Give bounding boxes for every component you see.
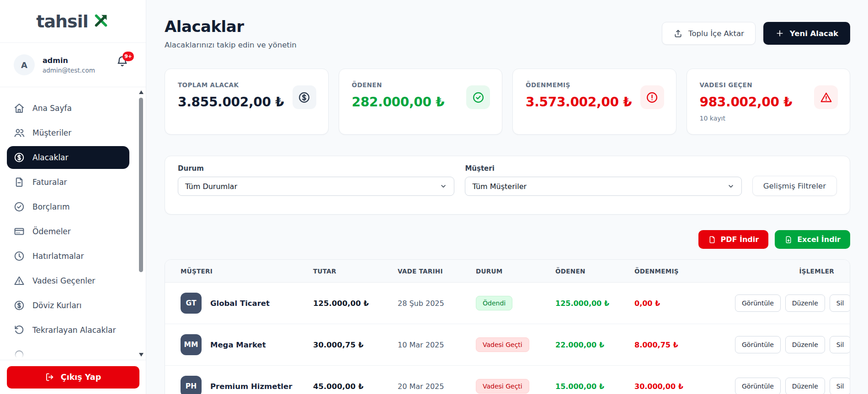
credit-card-icon — [14, 226, 25, 237]
customer-initials-badge: PH — [181, 376, 202, 394]
logo[interactable]: tahsil — [0, 0, 146, 43]
stat-card-unpaid: ÖDENMEMIŞ 3.573.002,00 ₺ — [512, 68, 676, 135]
view-button[interactable]: Görüntüle — [735, 294, 781, 312]
status-filter-label: Durum — [178, 164, 454, 173]
col-header-customer: MÜŞTERI — [181, 268, 313, 275]
delete-button[interactable]: Sil — [830, 378, 850, 394]
stat-card-overdue: VADESI GEÇEN 983.002,00 ₺ 10 kayıt — [687, 68, 851, 135]
page-header: Alacaklar Alacaklarınızı takip edin ve y… — [165, 17, 850, 49]
status-badge: Vadesi Geçti — [476, 337, 529, 352]
unpaid-cell: 30.000,00 ₺ — [634, 382, 735, 391]
bulk-import-button[interactable]: Toplu İçe Aktar — [662, 22, 756, 45]
users-icon — [14, 127, 25, 138]
page-title: Alacaklar — [165, 17, 297, 36]
pdf-export-button[interactable]: PDF İndir — [698, 230, 769, 249]
delete-button[interactable]: Sil — [830, 336, 850, 353]
sidebar-item-hatirlatmalar[interactable]: Hatırlatmalar — [7, 245, 129, 268]
sidebar-item-borclarim[interactable]: Borçlarım — [7, 195, 129, 218]
gear-icon — [14, 349, 25, 360]
status-badge: Vadesi Geçti — [476, 379, 529, 394]
table-header-row: MÜŞTERI TUTAR VADE TARIHI DURUM ÖDENEN Ö… — [165, 260, 850, 283]
edit-button[interactable]: Düzenle — [785, 294, 825, 312]
unpaid-cell: 0,00 ₺ — [634, 299, 735, 308]
sidebar-item-partial[interactable] — [7, 343, 129, 360]
sidebar-item-label: Vadesi Geçenler — [32, 276, 95, 285]
advanced-filters-button[interactable]: Gelişmiş Filtreler — [752, 176, 837, 196]
customer-initials-badge: GT — [181, 293, 202, 314]
delete-button[interactable]: Sil — [830, 294, 850, 312]
sidebar: tahsil A admin admin@test.com 9+ — [0, 0, 146, 394]
chevron-down-icon — [727, 183, 735, 190]
scrollbar-thumb[interactable] — [139, 98, 143, 272]
due-date-cell: 28 Şub 2025 — [398, 299, 476, 308]
customer-filter-label: Müşteri — [465, 164, 741, 173]
logout-button[interactable]: Çıkış Yap — [7, 366, 139, 389]
refresh-icon — [14, 325, 25, 336]
edit-button[interactable]: Düzenle — [785, 378, 825, 394]
filter-panel: Durum Tüm Durumlar Müşteri Tüm Müşterile… — [165, 156, 850, 215]
check-circle-icon — [466, 85, 490, 109]
user-profile[interactable]: A admin admin@test.com 9+ — [0, 43, 146, 87]
col-header-status: DURUM — [476, 268, 555, 275]
page-subtitle: Alacaklarınızı takip edin ve yönetin — [165, 41, 297, 49]
logo-text: tahsil — [36, 11, 88, 32]
paid-cell: 15.000,00 ₺ — [555, 382, 634, 391]
sidebar-item-alacaklar[interactable]: Alacaklar — [7, 146, 129, 169]
view-button[interactable]: Görüntüle — [735, 336, 781, 353]
paid-cell: 125.000,00 ₺ — [555, 299, 634, 308]
amount-cell: 30.000,75 ₺ — [313, 341, 398, 349]
table-row: PH Premium Hizmetler 45.000,00 ₺ 20 Mar … — [165, 366, 850, 394]
sidebar-item-odemeler[interactable]: Ödemeler — [7, 220, 129, 243]
due-date-cell: 20 Mar 2025 — [398, 382, 476, 391]
sidebar-item-label: Borçlarım — [32, 202, 69, 211]
sidebar-item-label: Tekrarlayan Alacaklar — [32, 326, 116, 335]
user-name: admin — [43, 56, 95, 65]
new-receivable-button[interactable]: Yeni Alacak — [763, 22, 850, 45]
user-email: admin@test.com — [43, 67, 95, 74]
stats-row: TOPLAM ALACAK 3.855.002,00 ₺ ÖDENEN 282.… — [165, 68, 850, 135]
sidebar-item-label: Döviz Kurları — [32, 301, 82, 310]
edit-button[interactable]: Düzenle — [785, 336, 825, 353]
table-row: MM Mega Market 30.000,75 ₺ 10 Mar 2025 V… — [165, 324, 850, 366]
col-header-amount: TUTAR — [313, 268, 398, 275]
unpaid-cell: 8.000,75 ₺ — [634, 341, 735, 349]
sidebar-item-vadesi-gecenler[interactable]: Vadesi Geçenler — [7, 269, 129, 292]
sidebar-item-tekrarlayan-alacaklar[interactable]: Tekrarlayan Alacaklar — [7, 319, 129, 341]
home-icon — [14, 103, 25, 114]
sidebar-nav: Ana Sayfa Müşteriler Alacaklar Faturalar… — [0, 88, 146, 360]
document-icon — [14, 177, 25, 188]
check-circle-icon — [14, 201, 25, 212]
status-select-value: Tüm Durumlar — [185, 182, 237, 191]
logout-area: Çıkış Yap — [0, 360, 146, 394]
amount-cell: 45.000,00 ₺ — [313, 382, 398, 391]
receivables-table: MÜŞTERI TUTAR VADE TARIHI DURUM ÖDENEN Ö… — [165, 259, 850, 394]
view-button[interactable]: Görüntüle — [735, 378, 781, 394]
customer-select[interactable]: Tüm Müşteriler — [465, 177, 741, 196]
notifications-button[interactable]: 9+ — [116, 55, 128, 69]
sidebar-item-musteriler[interactable]: Müşteriler — [7, 121, 129, 144]
upload-icon — [673, 29, 683, 38]
sidebar-item-ana-sayfa[interactable]: Ana Sayfa — [7, 97, 129, 120]
new-receivable-label: Yeni Alacak — [790, 29, 838, 38]
pdf-export-label: PDF İndir — [721, 235, 759, 244]
col-header-due-date: VADE TARIHI — [398, 268, 476, 275]
status-select[interactable]: Tüm Durumlar — [178, 177, 454, 196]
customer-name: Premium Hizmetler — [210, 382, 292, 391]
sidebar-item-doviz-kurlari[interactable]: Döviz Kurları — [7, 294, 129, 317]
sidebar-item-label: Ödemeler — [32, 227, 71, 236]
excel-file-icon — [784, 236, 793, 244]
sidebar-item-label: Hatırlatmalar — [32, 252, 84, 261]
stat-sub: 10 kayıt — [700, 115, 837, 122]
sidebar-scrollbar[interactable] — [138, 89, 144, 357]
export-row: PDF İndir Excel İndir — [165, 230, 850, 249]
excel-export-button[interactable]: Excel İndir — [775, 230, 850, 249]
dollar-circle-icon — [293, 85, 316, 109]
pdf-file-icon — [708, 236, 716, 244]
customer-select-value: Tüm Müşteriler — [472, 182, 527, 191]
paid-cell: 22.000,00 ₺ — [555, 341, 634, 349]
amount-cell: 125.000,00 ₺ — [313, 299, 398, 308]
scroll-down-arrow[interactable] — [139, 353, 144, 357]
scroll-up-arrow[interactable] — [139, 90, 144, 94]
logout-label: Çıkış Yap — [61, 373, 101, 382]
sidebar-item-faturalar[interactable]: Faturalar — [7, 171, 129, 194]
